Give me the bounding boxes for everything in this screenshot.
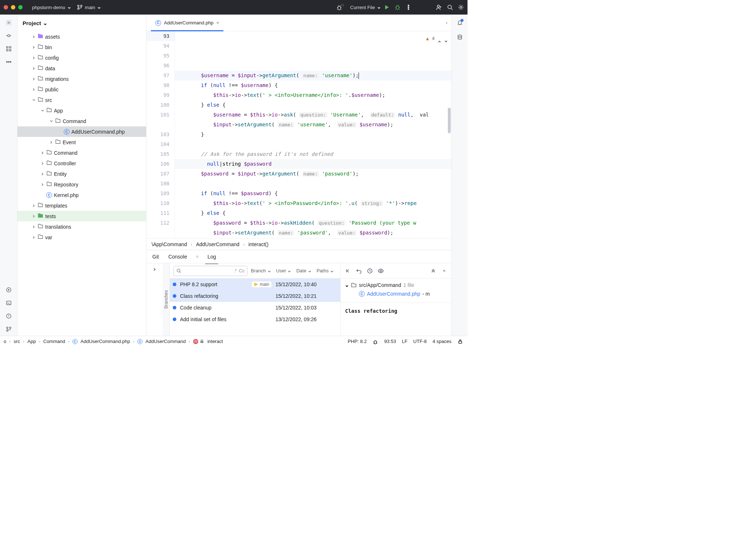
tree-row[interactable]: templates [17, 200, 146, 211]
nb-item[interactable]: App [27, 339, 36, 344]
nb-item[interactable]: interact [207, 339, 223, 344]
git-log-search-input[interactable] [184, 268, 231, 273]
listen-debug-icon[interactable]: ⟩⟩ [336, 4, 342, 10]
tree-row[interactable]: assets [17, 31, 146, 42]
tree-row[interactable]: CAddUserCommand.php [17, 126, 146, 137]
git-filter-paths[interactable]: Paths [317, 268, 334, 273]
sb-php[interactable]: PHP: 8.2 [348, 339, 367, 344]
collapse-icon[interactable] [153, 267, 156, 271]
more-actions-icon[interactable] [406, 4, 411, 10]
window-close-dot[interactable] [4, 5, 8, 9]
nb-item[interactable]: AddUserCommand [145, 339, 186, 344]
editor-breadcrumb[interactable]: \App\Command › AddUserCommand › interact… [146, 238, 451, 250]
structure-tool-icon[interactable] [6, 46, 12, 52]
sb-pos[interactable]: 93:53 [384, 339, 396, 344]
git-filter-date[interactable]: Date [296, 268, 311, 273]
close-detail-icon[interactable]: × [441, 268, 447, 274]
case-toggle[interactable]: Cc [239, 268, 245, 273]
debug-icon[interactable] [395, 4, 400, 10]
problems-tool-icon[interactable] [6, 313, 12, 319]
commit-list[interactable]: PHP 8.2 supportmain15/12/2022, 10:40Clas… [170, 279, 340, 336]
tab-close-icon[interactable]: × [216, 20, 219, 25]
database-tool-icon[interactable] [457, 34, 463, 40]
sb-lf[interactable]: LF [402, 339, 407, 344]
gutter[interactable]: 9394959697989910010110310410510610710810… [146, 31, 175, 238]
tree-row[interactable]: Controller [17, 158, 146, 169]
notifications-icon[interactable] [457, 20, 463, 25]
git-tab-git[interactable]: Git [152, 252, 160, 261]
history-icon[interactable] [367, 268, 373, 274]
tree-row[interactable]: Repository [17, 179, 146, 190]
tree-row[interactable]: migrations [17, 74, 146, 84]
tree-row[interactable]: Event [17, 137, 146, 147]
commit-row[interactable]: Class refactoring15/12/2022, 10:21 [170, 290, 340, 302]
preview-icon[interactable] [378, 268, 384, 274]
expand-icon[interactable] [430, 268, 436, 274]
editor-tab[interactable]: C AddUserCommand.php × [151, 15, 223, 31]
sb-indent[interactable]: 4 spaces [433, 339, 451, 344]
nb-item[interactable]: src [14, 339, 20, 344]
regex-toggle[interactable]: .* [234, 268, 237, 273]
search-icon[interactable] [447, 4, 453, 10]
git-log-search[interactable]: .* Cc [173, 266, 247, 276]
code-area[interactable]: ▲ 4 $username = $input->getArgument( nam… [175, 31, 451, 238]
tree-row[interactable]: data [17, 63, 146, 74]
bc-item[interactable]: AddUserCommand [196, 241, 239, 247]
detail-file[interactable]: AddUserCommand.php [367, 291, 420, 297]
tree-row[interactable]: translations [17, 221, 146, 232]
git-filter-user[interactable]: User [276, 268, 291, 273]
terminal-tool-icon[interactable] [6, 300, 12, 306]
tree-row[interactable]: tests [17, 211, 146, 221]
undo-icon[interactable] [356, 268, 362, 274]
git-tab-log[interactable]: Log [207, 252, 216, 261]
tree-row[interactable]: src [17, 95, 146, 105]
project-selector[interactable]: phpstorm-demo [29, 3, 74, 12]
project-tool-icon[interactable] [6, 20, 12, 25]
sb-enc[interactable]: UTF-8 [413, 339, 427, 344]
commit-row[interactable]: Code cleanup15/12/2022, 10:03 [170, 302, 340, 313]
nb-item[interactable]: AddUserCommand.php [81, 339, 130, 344]
commit-tool-icon[interactable] [6, 33, 12, 39]
tree-row[interactable]: bin [17, 42, 146, 52]
branch-selector[interactable]: main [74, 3, 104, 12]
commit-row[interactable]: PHP 8.2 supportmain15/12/2022, 10:40 [170, 279, 340, 290]
svg-point-25 [446, 22, 447, 22]
run-icon[interactable] [384, 4, 390, 10]
run-config-selector[interactable]: Current File [347, 3, 384, 12]
window-zoom-dot[interactable] [18, 5, 23, 9]
tree-row[interactable]: Command [17, 116, 146, 126]
bc-item[interactable]: \App\Command [152, 241, 187, 247]
tree-row[interactable]: App [17, 105, 146, 116]
tree-row[interactable]: CKernel.php [17, 190, 146, 200]
listen-debug-status-icon[interactable] [372, 339, 378, 344]
editor-scrollbar[interactable] [448, 108, 451, 133]
navigation-bar[interactable]: o› src› App› Command› C AddUserCommand.p… [0, 339, 348, 344]
commit-row[interactable]: Add initial set of files13/12/2022, 09:2… [170, 313, 340, 325]
tree-row[interactable]: Entity [17, 169, 146, 179]
services-tool-icon[interactable] [6, 287, 12, 293]
branches-strip[interactable]: Branches [163, 263, 170, 336]
tree-row[interactable]: config [17, 52, 146, 63]
code-with-me-icon[interactable] [436, 4, 442, 10]
nb-item[interactable]: Command [43, 339, 65, 344]
window-minimize-dot[interactable] [11, 5, 15, 9]
inspection-count: 4 [432, 33, 435, 43]
project-header[interactable]: Project [17, 15, 146, 31]
tree-row[interactable]: var [17, 232, 146, 242]
tree-row[interactable]: public [17, 84, 146, 95]
git-tool-icon[interactable] [6, 326, 12, 332]
project-tree[interactable]: assetsbinconfigdatamigrationspublicsrcAp… [17, 31, 146, 336]
more-tool-icon[interactable] [6, 59, 12, 65]
rebase-icon[interactable] [345, 268, 351, 274]
git-filter-branch[interactable]: Branch [251, 268, 271, 273]
git-tab-console[interactable]: Console [168, 252, 188, 261]
git-tab-close-icon[interactable]: × [196, 254, 199, 260]
tree-row[interactable]: Command [17, 147, 146, 158]
editor-tab-menu-icon[interactable] [446, 20, 451, 26]
readonly-icon[interactable] [457, 339, 463, 344]
inspection-widget[interactable]: ▲ 4 [426, 33, 448, 43]
project-pane: Project assetsbinconfigdatamigrationspub… [17, 15, 146, 336]
nb-item[interactable]: o [4, 339, 6, 344]
bc-item[interactable]: interact() [249, 241, 269, 247]
settings-icon[interactable] [458, 4, 464, 10]
